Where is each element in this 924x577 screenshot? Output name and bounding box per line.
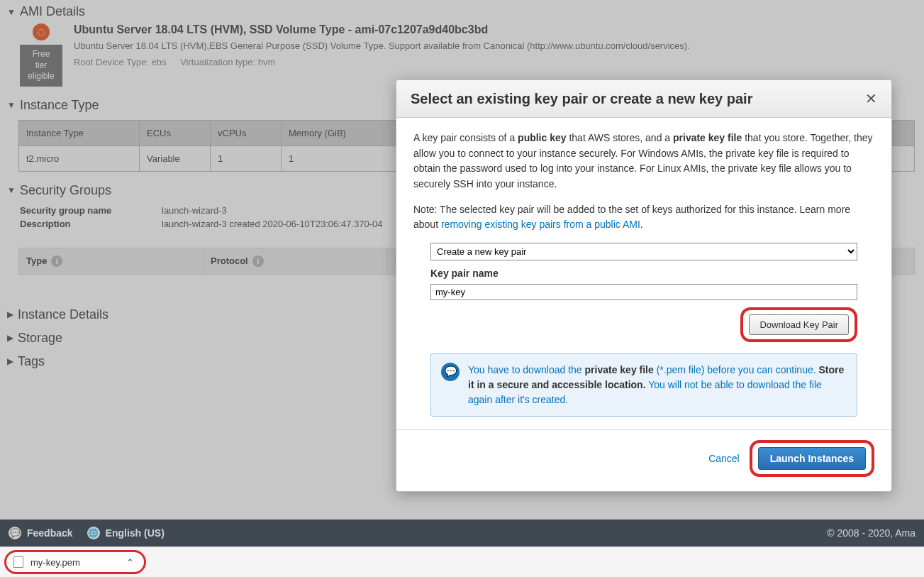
ubuntu-icon: ◌ xyxy=(33,23,50,40)
file-icon xyxy=(13,556,23,568)
download-highlight: Download Key Pair xyxy=(740,307,857,342)
copyright: © 2008 - 2020, Ama xyxy=(827,527,915,539)
ami-desc: Ubuntu Server 18.04 LTS (HVM),EBS Genera… xyxy=(74,40,690,51)
security-groups-title: Security Groups xyxy=(20,183,111,198)
ami-meta: Root Device Type: ebs Virtualization typ… xyxy=(74,57,690,67)
instance-type-title: Instance Type xyxy=(20,98,99,113)
tags-title: Tags xyxy=(18,354,45,369)
instance-details-title: Instance Details xyxy=(18,307,108,322)
modal-footer: Cancel Launch Instances xyxy=(396,429,891,491)
keyname-input[interactable] xyxy=(430,284,857,300)
remove-keypairs-link[interactable]: removing existing key pairs from a publi… xyxy=(441,219,640,230)
col-ecus: ECUs xyxy=(140,120,211,145)
modal-note: Note: The selected key pair will be adde… xyxy=(413,202,874,233)
modal-desc-1: A key pair consists of a public key that… xyxy=(413,131,874,192)
modal-header: Select an existing key pair or create a … xyxy=(396,80,891,118)
sg-name-label: Security group name xyxy=(20,205,162,216)
sg-desc-value: launch-wizard-3 created 2020-06-10T23:06… xyxy=(162,219,382,229)
sg-desc-label: Description xyxy=(20,219,162,229)
sg-name-value: launch-wizard-3 xyxy=(162,205,227,216)
col-type: Typei xyxy=(19,248,204,274)
download-alert: 💬 You have to download the private key f… xyxy=(430,353,857,417)
storage-title: Storage xyxy=(18,331,62,346)
ami-details-title: AMI Details xyxy=(20,4,85,19)
ami-title: Ubuntu Server 18.04 LTS (HVM), SSD Volum… xyxy=(74,23,690,36)
globe-icon: 🌐 xyxy=(87,527,100,539)
feedback-link[interactable]: 💬 Feedback xyxy=(9,527,73,539)
col-instance-type: Instance Type xyxy=(19,120,140,145)
info-icon[interactable]: i xyxy=(51,255,62,267)
chat-icon: 💬 xyxy=(9,527,21,539)
caret-right-icon: ▶ xyxy=(7,309,13,319)
info-icon[interactable]: i xyxy=(252,255,264,267)
ami-details-header[interactable]: ▼ AMI Details xyxy=(0,0,924,23)
launch-instances-button[interactable]: Launch Instances xyxy=(758,447,866,470)
keyname-label: Key pair name xyxy=(430,266,857,282)
footer-bar: 💬 Feedback 🌐 English (US) © 2008 - 2020,… xyxy=(0,520,924,546)
browser-download-bar: my-key.pem ⌃ xyxy=(0,546,924,577)
language-selector[interactable]: 🌐 English (US) xyxy=(87,527,165,539)
close-icon[interactable]: ✕ xyxy=(865,90,877,107)
launch-highlight: Launch Instances xyxy=(750,440,874,477)
download-filename: my-key.pem xyxy=(30,557,80,568)
free-tier-badge: Free tier eligible xyxy=(20,45,62,87)
chat-icon: 💬 xyxy=(441,363,460,381)
caret-down-icon: ▼ xyxy=(7,100,16,110)
keypair-modal: Select an existing key pair or create a … xyxy=(396,79,892,492)
caret-right-icon: ▶ xyxy=(7,333,13,343)
download-keypair-button[interactable]: Download Key Pair xyxy=(749,314,849,335)
col-protocol: Protocoli xyxy=(204,248,388,274)
download-file-chip[interactable]: my-key.pem ⌃ xyxy=(4,550,146,574)
keypair-select[interactable]: Create a new key pair xyxy=(430,243,857,260)
caret-down-icon: ▼ xyxy=(7,7,16,17)
chevron-up-icon[interactable]: ⌃ xyxy=(126,557,134,568)
col-vcpus: vCPUs xyxy=(211,120,282,145)
caret-down-icon: ▼ xyxy=(7,185,16,195)
caret-right-icon: ▶ xyxy=(7,356,13,366)
modal-title: Select an existing key pair or create a … xyxy=(411,91,752,107)
cancel-button[interactable]: Cancel xyxy=(708,453,740,464)
